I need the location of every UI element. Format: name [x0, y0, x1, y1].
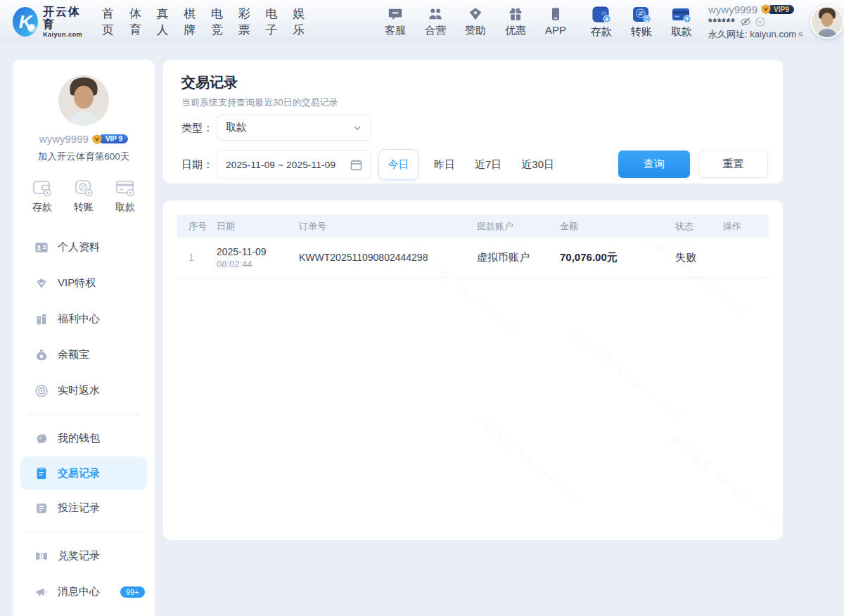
- transfer-button[interactable]: 转账: [626, 6, 657, 39]
- permanent-url-label: 永久网址: kaiyun.com: [708, 28, 796, 41]
- col-order: 订单号: [299, 220, 477, 233]
- vip-level-label: VIP9: [767, 5, 794, 14]
- filter-panel: 交易记录 当前系统支持查询最近30日的交易记录 类型： 取款 日期： 2025-…: [163, 60, 783, 184]
- prize-record-icon: [34, 549, 49, 563]
- nav-sports[interactable]: 体育: [129, 6, 143, 38]
- wallet-outline-icon: [32, 179, 52, 197]
- main-nav: 首页 体育 真人 棋牌 电竞 彩票 电子 娱乐: [102, 6, 307, 38]
- piggy-bank-icon: [34, 432, 49, 446]
- calendar-icon: [350, 159, 362, 171]
- eye-off-icon[interactable]: [740, 16, 751, 27]
- magnifier-icon[interactable]: [798, 30, 803, 39]
- row-no: 1: [188, 252, 217, 263]
- message-count-badge: 99+: [120, 586, 145, 598]
- range-today-button[interactable]: 今日: [378, 149, 418, 180]
- transaction-record-icon: [34, 466, 49, 480]
- partners-button[interactable]: 合营: [421, 6, 450, 37]
- sidebar-item-prizes[interactable]: 兑奖记录: [13, 538, 155, 574]
- brand-domain: Kaiyun.com: [43, 31, 87, 38]
- top-navigation-bar: K 开云体育 Kaiyun.com 首页 体育 真人 棋牌 电竞 彩票 电子 娱…: [0, 0, 844, 44]
- header-user-info: wywy9999 VIP9 ****** 永久网址: kaiyun.com: [708, 4, 803, 41]
- deposit-card-icon: [591, 6, 612, 24]
- profile-avatar[interactable]: [58, 75, 109, 126]
- vip-diamond-icon: [34, 276, 49, 290]
- vip-badge: VIP9: [761, 4, 794, 14]
- sponsor-button[interactable]: 赞助: [461, 6, 490, 37]
- deposit-button[interactable]: 存款: [586, 6, 617, 39]
- nav-lottery[interactable]: 彩票: [238, 6, 252, 38]
- masked-balance: ******: [708, 16, 736, 27]
- col-date: 日期: [217, 220, 299, 233]
- withdraw-button[interactable]: 取款: [666, 6, 697, 39]
- search-button[interactable]: 查询: [618, 150, 690, 178]
- chevron-circle-icon[interactable]: [755, 17, 765, 27]
- col-status: 状态: [675, 220, 723, 233]
- sidebar-withdraw-button[interactable]: 取款: [115, 179, 135, 214]
- row-amount: 70,076.00元: [560, 251, 675, 264]
- type-select[interactable]: 取款: [217, 115, 371, 141]
- type-label: 类型：: [181, 122, 213, 135]
- range-yesterday-button[interactable]: 昨日: [424, 149, 465, 180]
- sidebar-item-yuebao[interactable]: 余额宝: [13, 337, 155, 373]
- page: K 开云体育 Kaiyun.com 首页 体育 真人 棋牌 电竞 彩票 电子 娱…: [0, 0, 844, 616]
- col-amount: 金额: [560, 220, 675, 233]
- brand-logo[interactable]: K 开云体育 Kaiyun.com: [13, 6, 87, 37]
- customer-service-button[interactable]: 客服: [381, 6, 410, 37]
- row-time: 08:02:44: [217, 259, 299, 269]
- table-row: 1 2025-11-09 08:02:44 KWWT20251109080244…: [177, 238, 769, 278]
- promotions-button[interactable]: 优惠: [501, 6, 530, 37]
- nav-esports[interactable]: 电竞: [211, 6, 225, 38]
- app-download-button[interactable]: APP: [541, 6, 570, 37]
- transfer-card-icon: [631, 6, 652, 24]
- sidebar-item-bets[interactable]: 投注记录: [13, 490, 155, 526]
- vip-shield-icon: [761, 4, 771, 14]
- user-avatar[interactable]: [810, 5, 844, 39]
- username: wywy9999: [708, 4, 757, 15]
- type-select-value: 取款: [226, 121, 352, 134]
- sidebar-item-rebate[interactable]: 实时返水: [13, 373, 155, 409]
- phone-icon: [548, 6, 563, 22]
- logo-k-icon: K: [13, 7, 38, 37]
- date-quick-ranges: 今日 昨日 近7日 近30日: [378, 149, 564, 180]
- watermark-text: 开云体育 kaiyun.com: [469, 411, 588, 508]
- row-status: 失败: [675, 251, 723, 264]
- nav-home[interactable]: 首页: [102, 6, 116, 38]
- nav-entertainment[interactable]: 娱乐: [293, 6, 307, 38]
- range-30days-button[interactable]: 近30日: [511, 149, 564, 180]
- avatar-image: [812, 6, 843, 37]
- nav-chess[interactable]: 棋牌: [184, 6, 198, 38]
- profile-username: wywy9999: [39, 133, 89, 145]
- transfer-outline-icon: [74, 179, 94, 197]
- joined-days-text: 加入开云体育第600天: [13, 150, 155, 163]
- watermark-text: 开云体育 kaiyun.com: [568, 327, 686, 424]
- gift-icon: [508, 6, 523, 22]
- soccer-ball-icon: [27, 24, 36, 32]
- card-outline-icon: [115, 179, 135, 197]
- sidebar-item-welfare[interactable]: 福利中心: [13, 301, 155, 337]
- sidebar-item-messages[interactable]: 消息中心 99+: [13, 574, 155, 610]
- sidebar-transfer-button[interactable]: 转账: [74, 179, 94, 214]
- gem-icon: [468, 6, 483, 22]
- profile-vip-level: VIP 9: [98, 134, 128, 143]
- sidebar-item-transactions[interactable]: 交易记录: [20, 456, 147, 490]
- date-range-input[interactable]: 2025-11-09 ~ 2025-11-09: [217, 150, 371, 179]
- nav-live[interactable]: 真人: [157, 6, 171, 38]
- nav-slots[interactable]: 电子: [266, 6, 280, 38]
- partners-icon: [428, 6, 443, 22]
- welfare-icon: [34, 312, 49, 326]
- rebate-icon: [34, 384, 49, 398]
- row-date: 2025-11-09: [217, 245, 299, 259]
- header-wallet-actions: 存款 转账 取款: [586, 6, 697, 39]
- sidebar-divider: [27, 532, 141, 532]
- row-order-number: KWWT202511090802444298: [299, 252, 477, 263]
- date-label: 日期：: [181, 158, 213, 172]
- table-header: 序号 日期 订单号 提款账户 金额 状态 操作: [177, 214, 769, 238]
- sidebar-item-vip[interactable]: VIP特权: [13, 265, 155, 301]
- sidebar-item-profile[interactable]: 个人资料: [13, 229, 155, 265]
- range-7days-button[interactable]: 近7日: [465, 149, 511, 180]
- reset-button[interactable]: 重置: [698, 150, 768, 178]
- sidebar-divider: [27, 414, 141, 415]
- sidebar-deposit-button[interactable]: 存款: [32, 179, 52, 214]
- money-bag-icon: [34, 348, 49, 362]
- sidebar-item-wallet[interactable]: 我的钱包: [13, 421, 155, 456]
